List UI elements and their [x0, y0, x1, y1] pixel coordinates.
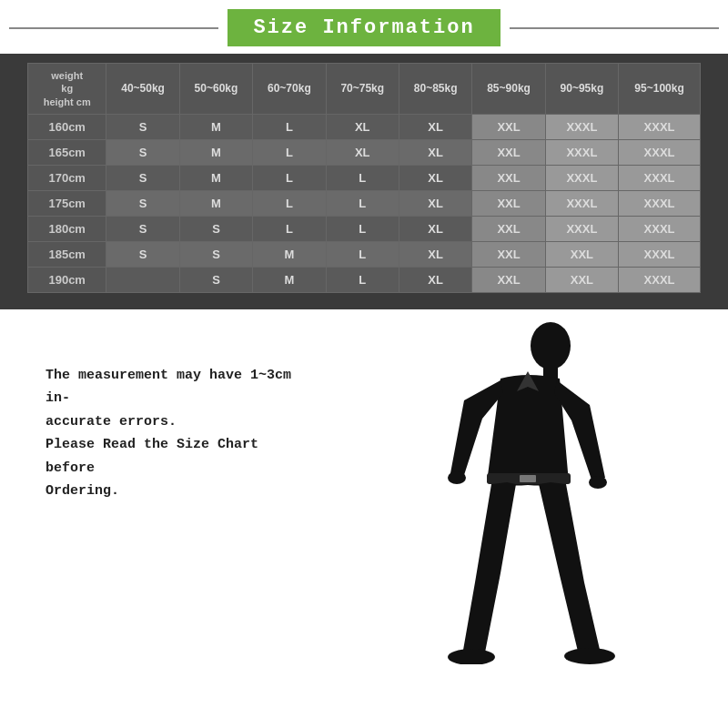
size-cell: L [326, 241, 399, 267]
table-row: 175cmSMLLXLXXLXXXLXXXL [28, 190, 701, 216]
col-header-6: 90~95kg [545, 64, 618, 115]
disclaimer-line2: accurate errors. [46, 414, 177, 430]
size-cell: XXL [472, 114, 545, 139]
size-cell: S [106, 139, 179, 165]
size-cell: S [106, 216, 179, 241]
size-cell: S [106, 165, 179, 190]
col-header-2: 60~70kg [253, 64, 326, 115]
size-cell: M [253, 267, 326, 292]
svg-point-0 [531, 322, 571, 369]
size-table: weightkg height cm 40~50kg50~60kg60~70kg… [27, 63, 701, 293]
disclaimer-text: The measurement may have 1~3cm in- accur… [46, 364, 300, 503]
size-cell: L [326, 267, 399, 292]
size-cell: XXXL [545, 114, 618, 139]
height-cell: 165cm [28, 139, 106, 165]
size-cell: XXL [545, 241, 618, 267]
col-header-7: 95~100kg [619, 64, 701, 115]
height-cell: 170cm [28, 165, 106, 190]
svg-point-7 [564, 648, 615, 664]
person-silhouette [410, 318, 646, 664]
size-cell: XL [326, 139, 399, 165]
size-cell: L [253, 216, 326, 241]
size-cell: M [253, 241, 326, 267]
height-cell: 160cm [28, 114, 106, 139]
size-cell: S [179, 241, 252, 267]
size-cell [106, 267, 179, 292]
size-cell: M [179, 114, 252, 139]
corner-header: weightkg height cm [28, 64, 106, 115]
size-cell: M [179, 165, 252, 190]
size-cell: XXL [472, 190, 545, 216]
size-cell: M [179, 139, 252, 165]
table-row: 190cmSMLXLXXLXXLXXXL [28, 267, 701, 292]
size-cell: XL [399, 139, 471, 165]
table-row: 170cmSMLLXLXXLXXXLXXXL [28, 165, 701, 190]
table-row: 180cmSSLLXLXXLXXXLXXXL [28, 216, 701, 241]
size-cell: M [179, 190, 252, 216]
size-cell: S [106, 190, 179, 216]
size-cell: XXXL [619, 190, 701, 216]
height-cell: 180cm [28, 216, 106, 241]
size-cell: XXXL [545, 190, 618, 216]
col-header-3: 70~75kg [326, 64, 399, 115]
person-section [328, 309, 728, 664]
size-cell: XL [399, 190, 471, 216]
size-cell: XXL [472, 241, 545, 267]
header-line-right [510, 27, 719, 29]
size-cell: XXXL [545, 216, 618, 241]
table-body: 160cmSMLXLXLXXLXXXLXXXL165cmSMLXLXLXXLXX… [28, 114, 701, 292]
header-line-left [9, 27, 218, 29]
size-cell: XXL [472, 165, 545, 190]
size-cell: XXXL [619, 139, 701, 165]
size-cell: XXXL [619, 114, 701, 139]
height-label: height cm [44, 96, 91, 107]
size-cell: L [326, 165, 399, 190]
size-cell: L [253, 114, 326, 139]
size-cell: S [179, 216, 252, 241]
header-title: Size Information [228, 9, 500, 46]
size-cell: L [253, 190, 326, 216]
size-cell: L [326, 190, 399, 216]
size-cell: XL [399, 216, 471, 241]
size-cell: XXXL [619, 267, 701, 292]
size-cell: XXXL [545, 139, 618, 165]
size-cell: XL [399, 267, 471, 292]
col-header-1: 50~60kg [179, 64, 252, 115]
size-cell: S [106, 114, 179, 139]
col-header-4: 80~85kg [399, 64, 471, 115]
height-cell: 190cm [28, 267, 106, 292]
bottom-section: The measurement may have 1~3cm in- accur… [0, 309, 728, 664]
size-cell: XXXL [619, 165, 701, 190]
table-row: 160cmSMLXLXLXXLXXXLXXXL [28, 114, 701, 139]
text-info: The measurement may have 1~3cm in- accur… [0, 309, 328, 664]
height-cell: 185cm [28, 241, 106, 267]
table-row: 165cmSMLXLXLXXLXXXLXXXL [28, 139, 701, 165]
size-cell: XXL [472, 216, 545, 241]
size-cell: XL [399, 114, 471, 139]
disclaimer-line4: Ordering. [46, 483, 119, 499]
size-cell: S [106, 241, 179, 267]
size-cell: S [179, 267, 252, 292]
size-cell: L [253, 165, 326, 190]
size-cell: XXXL [619, 241, 701, 267]
size-cell: L [253, 139, 326, 165]
svg-point-5 [589, 476, 607, 489]
table-section: weightkg height cm 40~50kg50~60kg60~70kg… [0, 54, 728, 309]
col-header-0: 40~50kg [106, 64, 179, 115]
svg-point-6 [448, 649, 495, 664]
table-header-row: weightkg height cm 40~50kg50~60kg60~70kg… [28, 64, 701, 115]
height-cell: 175cm [28, 190, 106, 216]
disclaimer-line1: The measurement may have 1~3cm in- [46, 368, 291, 407]
svg-point-4 [448, 471, 466, 484]
disclaimer-line3: Please Read the Size Chart before [46, 437, 258, 476]
header-section: Size Information [0, 0, 728, 54]
size-cell: L [326, 216, 399, 241]
size-cell: XXXL [619, 216, 701, 241]
size-cell: XXXL [545, 165, 618, 190]
size-cell: XL [399, 165, 471, 190]
col-header-5: 85~90kg [472, 64, 545, 115]
size-cell: XXL [472, 139, 545, 165]
size-cell: XXL [472, 267, 545, 292]
table-row: 185cmSSMLXLXXLXXLXXXL [28, 241, 701, 267]
svg-rect-3 [520, 475, 536, 482]
